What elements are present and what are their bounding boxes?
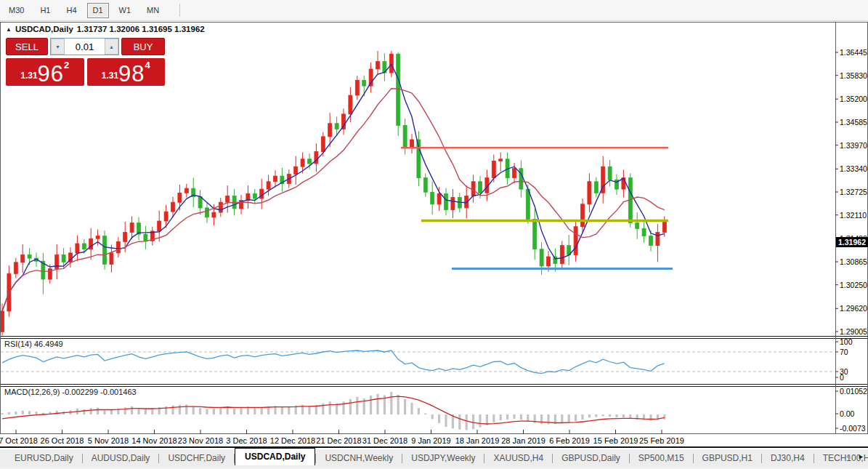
price-axis-label: 1.32725 (840, 188, 867, 196)
date-axis-label: 9 Jan 2019 (411, 436, 450, 445)
timeframe-button-mn[interactable]: MN (141, 3, 165, 18)
chart-tab-bar: EURUSD,DailyAUDUSD,DailyUSDCHF,DailyUSDC… (0, 449, 868, 467)
price-axis-label: 1.35200 (840, 95, 867, 103)
volume-decrease-icon[interactable]: ▼ (51, 39, 65, 55)
timeframe-button-m30[interactable]: M30 (3, 3, 30, 18)
macd-axis-label: 0.010525 (840, 387, 868, 396)
date-axis-label: 25 Feb 2019 (639, 436, 684, 445)
bottom-tab-dj30[interactable]: DJ30,H4 (762, 451, 814, 465)
date-axis-label: 12 Dec 2018 (270, 436, 315, 445)
date-axis-label: 23 Nov 2018 (178, 436, 223, 445)
one-click-trading-panel: SELL ▼ ▲ BUY 1.31 96 2 1.31 98 4 (6, 38, 165, 86)
sell-price-pip: 2 (64, 60, 69, 71)
bottom-tab-sp500[interactable]: SP500,M15 (630, 451, 693, 465)
price-axis-label: 1.33340 (840, 164, 867, 173)
bottom-tab-usdchf[interactable]: USDCHF,Daily (159, 451, 234, 465)
buy-price-big: 98 (118, 64, 145, 84)
volume-increase-icon[interactable]: ▲ (105, 39, 118, 55)
current-price-tag: 1.31962 (836, 237, 868, 247)
bottom-tab-audusd[interactable]: AUDUSD,Daily (83, 451, 159, 465)
price-axis-label: 1.29005 (840, 327, 867, 336)
sell-price-tile[interactable]: 1.31 96 2 (6, 58, 84, 86)
volume-input[interactable] (65, 39, 105, 55)
price-axis-label: 1.32110 (840, 211, 867, 220)
collapse-triangle-icon[interactable]: ▲ (6, 26, 12, 33)
tab-scroll-left-icon[interactable]: ◄ (845, 453, 851, 460)
bottom-tab-gbpusd[interactable]: GBPUSD,Daily (553, 451, 629, 465)
price-axis-label: 1.36445 (840, 48, 867, 57)
toolbar-separator (179, 4, 180, 17)
buy-price-tile[interactable]: 1.31 98 4 (87, 58, 166, 86)
price-axis-label: 1.35830 (840, 71, 867, 80)
timeframe-button-d1[interactable]: D1 (87, 3, 109, 18)
bottom-tab-usdcad[interactable]: USDCAD,Daily (235, 448, 315, 465)
rsi-axis-label: 0 (840, 373, 844, 382)
date-axis-label: 6 Feb 2019 (549, 436, 590, 445)
date-axis-label: 17 Oct 2018 (0, 436, 38, 445)
date-axis-label: 26 Oct 2018 (41, 436, 84, 445)
date-axis-label: 31 Dec 2018 (362, 436, 407, 445)
rsi-indicator-header: RSI(14) 46.4949 (4, 340, 63, 348)
chart-header: ▲ USDCAD,Daily 1.31737 1.32006 1.31695 1… (6, 25, 205, 33)
date-axis-label: 5 Nov 2018 (88, 436, 129, 445)
tab-scroll-right-icon[interactable]: ► (858, 453, 864, 460)
bottom-tab-usdcnh[interactable]: USDCNH,Weekly (316, 451, 402, 465)
chart-ohlc-values: 1.31737 1.32006 1.31695 1.31962 (77, 25, 205, 33)
price-axis-label: 1.33970 (840, 141, 867, 150)
timeframe-button-h1[interactable]: H1 (34, 3, 56, 18)
date-axis-label: 3 Dec 2018 (226, 436, 267, 445)
sell-price-big: 96 (38, 64, 64, 84)
chart-window: ▲ USDCAD,Daily 1.31737 1.32006 1.31695 1… (0, 22, 868, 434)
macd-axis-label: -0.0073 (840, 424, 866, 433)
volume-stepper: ▼ ▲ (50, 38, 119, 55)
sell-button[interactable]: SELL (6, 38, 48, 55)
buy-price-pip: 4 (145, 60, 150, 71)
sell-price-prefix: 1.31 (20, 71, 37, 81)
price-axis-label: 1.30250 (840, 281, 867, 289)
timeframe-toolbar: M30H1H4D1W1MN (0, 0, 868, 21)
chart-symbol-label: USDCAD,Daily (15, 25, 73, 33)
buy-price-prefix: 1.31 (102, 71, 118, 81)
date-axis-label: 18 Jan 2019 (455, 436, 500, 445)
price-axis-label: 1.30865 (840, 257, 867, 266)
timeframe-button-w1[interactable]: W1 (113, 3, 137, 18)
date-axis-label: 15 Feb 2019 (593, 436, 638, 445)
timeframe-button-h4[interactable]: H4 (60, 3, 82, 18)
bottom-tab-eurusd[interactable]: EURUSD,Daily (6, 451, 82, 465)
date-axis-label: 21 Dec 2018 (316, 436, 361, 445)
date-axis-label: 14 Nov 2018 (131, 436, 177, 445)
rsi-axis-label: 70 (840, 348, 848, 356)
price-axis-label: 1.29620 (840, 304, 867, 313)
bottom-tab-xauusd[interactable]: XAUUSD,H4 (484, 451, 552, 465)
time-axis[interactable]: 17 Oct 201826 Oct 20185 Nov 201814 Nov 2… (0, 434, 868, 448)
macd-indicator-header: MACD(12,26,9) -0.002299 -0.001463 (4, 388, 137, 396)
date-axis-label: 28 Jan 2019 (501, 436, 545, 445)
mt4-window: M30H1H4D1W1MN ▲ USDCAD,Daily 1.31737 1.3… (0, 0, 868, 469)
bottom-tab-usdjpy[interactable]: USDJPY,Weekly (402, 451, 484, 465)
buy-button[interactable]: BUY (121, 38, 165, 55)
macd-axis-label: 0.00 (840, 409, 854, 418)
price-axis-label: 1.34585 (840, 118, 867, 127)
rsi-axis-label: 100 (840, 337, 853, 346)
bottom-tab-gbpusd[interactable]: GBPUSD,H1 (694, 451, 761, 465)
